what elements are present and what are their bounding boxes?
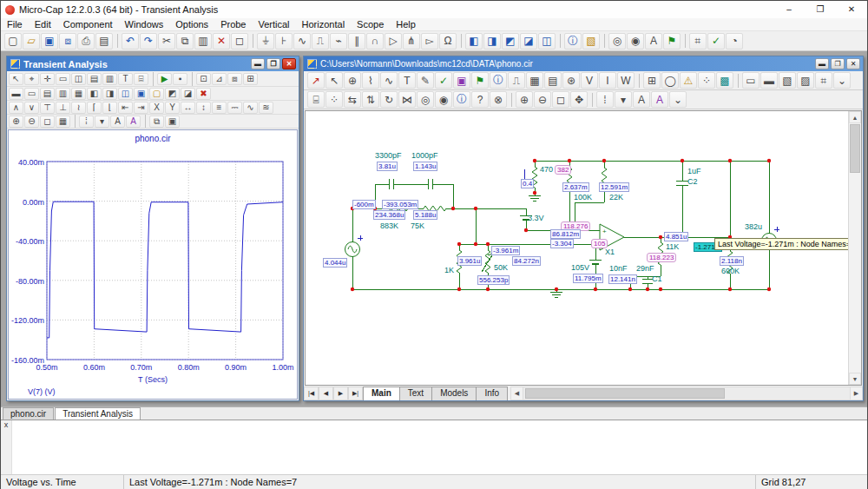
waveform-plot[interactable]	[9, 130, 298, 400]
flip-horizontal-button[interactable]: ⇆	[344, 91, 361, 108]
crosshair-mode-button[interactable]: ✛	[40, 73, 55, 85]
new-file-button[interactable]: ▢	[4, 33, 22, 50]
menu-vertical[interactable]: Vertical	[252, 18, 295, 31]
calculator-button[interactable]: ⌗	[689, 33, 707, 50]
value-box[interactable]: 4.044u	[323, 258, 347, 268]
stamp-tool-button[interactable]: ⌸	[134, 73, 148, 85]
peak-cursor-button[interactable]: ∧	[9, 102, 23, 114]
font-color-button[interactable]: A	[126, 116, 141, 128]
delete-button[interactable]: ✕	[213, 33, 230, 50]
plot-layout-3-button[interactable]: ▤	[40, 88, 55, 100]
split-window-button[interactable]: ◪	[520, 33, 537, 50]
probe-tool-button[interactable]: ↗	[307, 72, 325, 89]
circuit-titlebar[interactable]: C:\Users\Normann\Downloads\mc12cd\DATA\p…	[304, 56, 863, 71]
options-dropdown-button[interactable]: ⌄	[669, 91, 687, 108]
sheet-tab-main[interactable]: Main	[363, 387, 400, 400]
value-box[interactable]: -393.053m	[382, 200, 418, 209]
title-block-button[interactable]: ▬	[760, 72, 778, 89]
grid-dots-button[interactable]: ⁞	[596, 91, 614, 108]
info-tool-button[interactable]: ⓘ	[490, 72, 507, 89]
select-tool-button[interactable]: ↖	[326, 72, 343, 89]
component-label[interactable]: 883K	[380, 221, 398, 230]
normalize-wave-button[interactable]: ⎓	[227, 102, 242, 114]
plot-layout-4-button[interactable]: ▥	[56, 88, 70, 100]
circuit-canvas[interactable]: +- Last Voltage=-1.271m : Node Names=7 3…	[306, 111, 848, 385]
value-box[interactable]: 3.81u	[377, 162, 398, 171]
data-points-button[interactable]: ⊡	[196, 73, 211, 85]
grid-panel-button[interactable]: ▤	[87, 73, 102, 85]
pan-view-button[interactable]: ✥	[570, 91, 588, 108]
macro-part-button[interactable]: Ω	[439, 33, 457, 50]
low-cursor-button[interactable]: ⊥	[56, 102, 70, 114]
zoom-out-button[interactable]: ⊖	[24, 116, 39, 128]
component-label[interactable]: 470	[540, 165, 553, 174]
help-topics-button[interactable]: ▧	[582, 33, 600, 50]
font-settings-button[interactable]: A	[110, 116, 125, 128]
zoom-in-button[interactable]: ⊕	[516, 91, 533, 108]
scroll-up-button[interactable]: ▲	[849, 111, 861, 123]
info-mode-button[interactable]: ⓘ	[453, 91, 470, 108]
circle-region-button[interactable]: ◯	[661, 72, 679, 89]
find-part-button[interactable]: ◎	[417, 91, 434, 108]
restore-button[interactable]: ❐	[831, 58, 845, 69]
box-region-button[interactable]: ⊞	[643, 72, 661, 89]
doc-tab-transient-analysis[interactable]: Transient Analysis	[55, 407, 141, 420]
component-label[interactable]: 100K	[574, 193, 592, 202]
border-toggle-button[interactable]: ▭	[742, 72, 760, 89]
top-cursor-button[interactable]: ⌈	[87, 102, 102, 114]
point-to-point-button[interactable]: ⊗	[490, 91, 507, 108]
find-button[interactable]: ◎	[608, 33, 626, 50]
value-box[interactable]: 234.368u	[373, 210, 405, 220]
value-box[interactable]: 84.272n	[512, 256, 541, 266]
check-model-button[interactable]: ✓	[707, 33, 725, 50]
flag-marker-button[interactable]: ⚑	[663, 33, 681, 50]
step-param-button[interactable]: ⌸	[307, 91, 325, 108]
scroll-down-button[interactable]: ▼	[849, 373, 861, 385]
mirror-part-button[interactable]: ⋈	[398, 91, 416, 108]
value-box[interactable]: 86.812m	[550, 229, 581, 239]
hash-grid-button[interactable]: ⌗	[815, 72, 832, 89]
plot-properties-button[interactable]: ⊞	[243, 73, 258, 85]
sheet-tab-text[interactable]: Text	[399, 387, 432, 400]
value-box[interactable]: 12.591m	[599, 182, 629, 192]
component-label[interactable]: 382u	[745, 222, 762, 231]
plot-layout-10-button[interactable]: ▢	[149, 88, 164, 100]
component-label[interactable]: 11K	[666, 242, 679, 251]
diode-part-button[interactable]: ▷	[385, 33, 402, 50]
high-cursor-button[interactable]: ⊤	[40, 102, 55, 114]
plot-area[interactable]: phono.cir T (Secs) V(7) (V) 40.00m0.00m-…	[8, 129, 298, 400]
text-tool-button[interactable]: T	[118, 73, 133, 85]
wave-math-button[interactable]: ∿	[243, 102, 258, 114]
minimize-button[interactable]: –	[773, 1, 805, 18]
opamp-part-button[interactable]: ▻	[421, 33, 438, 50]
vertical-scrollbar-thumb[interactable]	[850, 124, 860, 173]
plot-layout-5-button[interactable]: ▦	[71, 88, 86, 100]
component-label[interactable]: 600K	[721, 267, 740, 275]
zoom-area-button[interactable]: ◻	[552, 91, 569, 108]
scroll-right-button[interactable]: ▶	[850, 387, 862, 400]
component-label[interactable]: C1	[652, 274, 662, 283]
value-box[interactable]: -600m	[352, 200, 376, 209]
close-button[interactable]: ✕	[846, 58, 860, 69]
condition-value-box[interactable]: 382	[555, 165, 571, 175]
doc-book-button[interactable]: ▨	[797, 72, 814, 89]
tag-x-button[interactable]: ↔	[181, 102, 195, 114]
pulse-source-part-button[interactable]: ⎍	[312, 33, 329, 50]
value-box[interactable]: -3.961m	[491, 246, 520, 255]
tile-horizontal-button[interactable]: ◩	[502, 33, 519, 50]
menu-edit[interactable]: Edit	[29, 18, 57, 31]
restore-view-button[interactable]: ▦	[56, 116, 70, 128]
component-label[interactable]: 29nF	[636, 264, 654, 273]
maximize-button[interactable]: ❐	[805, 1, 836, 18]
tag-y-button[interactable]: ↕	[196, 102, 211, 114]
paste-button[interactable]: ▥	[194, 33, 212, 50]
capacitor-part-button[interactable]: ∥	[348, 33, 365, 50]
zoom-in-button[interactable]: ⊕	[9, 116, 23, 128]
inflection-cursor-button[interactable]: ≀	[71, 102, 86, 114]
open-file-button[interactable]: ▱	[23, 33, 40, 50]
fft-window-button[interactable]: ≋	[259, 102, 273, 114]
value-box[interactable]: 11.795m	[573, 274, 603, 283]
plot-layout-11-button[interactable]: ◩	[165, 88, 180, 100]
plot-layout-7-button[interactable]: ◨	[102, 88, 117, 100]
stop-analysis-button[interactable]: ▪	[173, 73, 187, 85]
